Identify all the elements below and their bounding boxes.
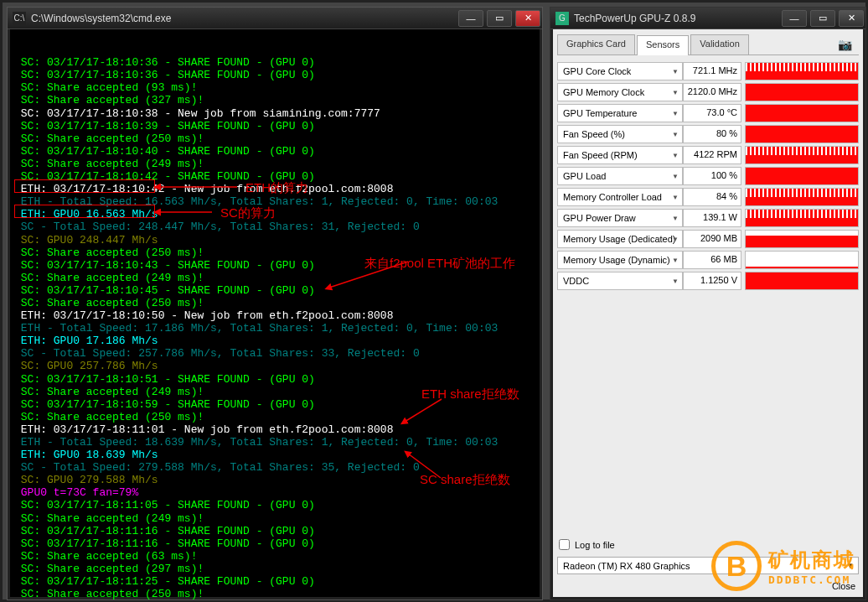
- terminal-line: SC: 03/17/17-18:11:25 - SHARE FOUND - (G…: [14, 575, 535, 588]
- sensor-label[interactable]: VDDC▼: [557, 272, 683, 290]
- screenshot-icon[interactable]: 📷: [831, 34, 859, 54]
- sensor-label[interactable]: Fan Speed (RPM)▼: [557, 146, 683, 164]
- log-to-file-label: Log to file: [575, 540, 615, 550]
- sensor-row: GPU Power Draw▼139.1 W: [557, 209, 859, 227]
- tab-graphics-card[interactable]: Graphics Card: [557, 34, 635, 54]
- close-button[interactable]: ✕: [515, 10, 540, 27]
- sensor-label[interactable]: Memory Usage (Dedicated)▼: [557, 230, 683, 248]
- sensor-value[interactable]: 2120.0 MHz: [683, 83, 741, 101]
- sensor-row: GPU Temperature▼73.0 °C: [557, 104, 859, 122]
- sensor-row: GPU Core Clock▼721.1 MHz: [557, 62, 859, 80]
- sensor-label[interactable]: GPU Temperature▼: [557, 104, 683, 122]
- maximize-button[interactable]: ▭: [487, 10, 512, 27]
- terminal-output[interactable]: SC: 03/17/17-18:10:36 - SHARE FOUND - (G…: [8, 29, 542, 602]
- terminal-line: SC: Share accepted (250 ms)!: [14, 588, 535, 600]
- maximize-button[interactable]: ▭: [810, 10, 835, 27]
- terminal-line: SC: GPU0 257.786 Mh/s: [14, 360, 535, 372]
- terminal-line: SC: Share accepted (249 ms)!: [14, 158, 535, 170]
- minimize-button[interactable]: —: [782, 10, 807, 27]
- sensor-label[interactable]: GPU Power Draw▼: [557, 209, 683, 227]
- gpuz-window: G TechPowerUp GPU-Z 0.8.9 — ▭ ✕ Graphics…: [550, 7, 866, 600]
- gpuz-title: TechPowerUp GPU-Z 0.8.9: [574, 13, 780, 24]
- sensor-value[interactable]: 80 %: [683, 125, 741, 143]
- chevron-down-icon: ▼: [672, 236, 679, 243]
- sensor-value[interactable]: 84 %: [683, 188, 741, 206]
- sensor-value[interactable]: 721.1 MHz: [683, 62, 741, 80]
- watermark-icon: B: [711, 541, 762, 591]
- log-to-file-checkbox[interactable]: [559, 539, 570, 550]
- sensor-graph: [745, 146, 859, 164]
- watermark-cn: 矿机商城: [768, 547, 855, 573]
- terminal-line: SC: 03/17/17-18:10:42 - SHARE FOUND - (G…: [14, 170, 535, 183]
- sensor-row: GPU Memory Clock▼2120.0 MHz: [557, 83, 859, 101]
- chevron-down-icon: ▼: [672, 173, 679, 180]
- sensor-label[interactable]: GPU Load▼: [557, 167, 683, 185]
- terminal-line: SC: Share accepted (249 ms)!: [14, 272, 535, 284]
- cmd-titlebar[interactable]: C:\ C:\Windows\system32\cmd.exe — ▭ ✕: [8, 8, 542, 29]
- terminal-line: SC - Total Speed: 248.447 Mh/s, Total Sh…: [14, 221, 535, 233]
- chevron-down-icon: ▼: [672, 194, 679, 201]
- terminal-line: SC: 03/17/17-18:11:05 - SHARE FOUND - (G…: [14, 499, 535, 511]
- terminal-line: ETH: GPU0 16.563 Mh/s: [14, 208, 535, 221]
- sensor-value[interactable]: 73.0 °C: [683, 104, 741, 122]
- sensor-label[interactable]: GPU Core Clock▼: [557, 62, 683, 80]
- sensor-label[interactable]: Fan Speed (%)▼: [557, 125, 683, 143]
- sensor-value[interactable]: 66 MB: [683, 251, 741, 269]
- gpu-name: Radeon (TM) RX 480 Graphics: [563, 561, 690, 571]
- terminal-line: ETH - Total Speed: 18.639 Mh/s, Total Sh…: [14, 436, 535, 449]
- sensor-value[interactable]: 139.1 W: [683, 209, 741, 227]
- sensor-graph: [745, 104, 859, 122]
- sensor-value[interactable]: 4122 RPM: [683, 146, 741, 164]
- terminal-line: SC: GPU0 279.588 Mh/s: [14, 474, 535, 486]
- chevron-down-icon: ▼: [672, 110, 679, 117]
- terminal-line: ETH: 03/17/17-18:10:50 - New job from et…: [14, 309, 535, 322]
- gpuz-titlebar[interactable]: G TechPowerUp GPU-Z 0.8.9 — ▭ ✕: [550, 8, 865, 29]
- sensor-value[interactable]: 1.1250 V: [683, 272, 741, 290]
- sensor-graph: [745, 272, 859, 290]
- terminal-line: ETH - Total Speed: 16.563 Mh/s, Total Sh…: [14, 195, 535, 208]
- sensor-graph: [745, 209, 859, 227]
- cmd-icon: C:\: [13, 12, 26, 25]
- sensor-label[interactable]: GPU Memory Clock▼: [557, 83, 683, 101]
- terminal-line: SC: Share accepted (250 ms)!: [14, 411, 535, 423]
- chevron-down-icon: ▼: [672, 215, 679, 222]
- terminal-line: SC: 03/17/17-18:10:43 - SHARE FOUND - (G…: [14, 259, 535, 272]
- chevron-down-icon: ▼: [672, 68, 679, 75]
- terminal-line: SC: 03/17/17-18:10:38 - New job from sia…: [14, 107, 535, 120]
- terminal-line: ETH: 03/17/17-18:10:42 - New job from et…: [14, 183, 535, 195]
- terminal-line: SC: 03/17/17-18:10:40 - SHARE FOUND - (G…: [14, 145, 535, 158]
- terminal-line: SC: 03/17/17-18:10:45 - SHARE FOUND - (G…: [14, 284, 535, 297]
- sensor-row: Memory Usage (Dynamic)▼66 MB: [557, 251, 859, 269]
- sensor-row: GPU Load▼100 %: [557, 167, 859, 185]
- chevron-down-icon: ▼: [672, 152, 679, 159]
- terminal-line: ETH: GPU0 17.186 Mh/s: [14, 335, 535, 347]
- sensor-graph: [745, 188, 859, 206]
- terminal-line: SC: Share accepted (250 ms)!: [14, 247, 535, 259]
- terminal-line: SC: Share accepted (250 ms)!: [14, 132, 535, 145]
- chevron-down-icon: ▼: [672, 278, 679, 285]
- chevron-down-icon: ▼: [672, 131, 679, 138]
- watermark-en: DDDBTC.COM: [768, 573, 855, 586]
- sensor-value[interactable]: 100 %: [683, 167, 741, 185]
- cmd-title: C:\Windows\system32\cmd.exe: [31, 13, 457, 24]
- tab-validation[interactable]: Validation: [690, 34, 749, 54]
- terminal-line: SC: 03/17/17-18:11:16 - SHARE FOUND - (G…: [14, 525, 535, 537]
- terminal-line: SC: 03/17/17-18:10:39 - SHARE FOUND - (G…: [14, 120, 535, 132]
- tab-sensors[interactable]: Sensors: [637, 35, 689, 55]
- terminal-line: SC - Total Speed: 279.588 Mh/s, Total Sh…: [14, 461, 535, 474]
- minimize-button[interactable]: —: [458, 10, 483, 27]
- terminal-line: SC: Share accepted (250 ms)!: [14, 297, 535, 309]
- terminal-line: SC: Share accepted (297 ms)!: [14, 563, 535, 575]
- gpuz-icon: G: [555, 12, 569, 25]
- chevron-down-icon: ▼: [672, 257, 679, 264]
- chevron-down-icon: ▼: [672, 89, 679, 96]
- sensor-value[interactable]: 2090 MB: [683, 230, 741, 248]
- sensor-graph: [745, 251, 859, 269]
- terminal-line: SC: 03/17/17-18:10:51 - SHARE FOUND - (G…: [14, 373, 535, 386]
- sensor-label[interactable]: Memory Usage (Dynamic)▼: [557, 251, 683, 269]
- terminal-line: ETH - Total Speed: 17.186 Mh/s, Total Sh…: [14, 322, 535, 335]
- sensor-graph: [745, 83, 859, 101]
- terminal-line: SC: Share accepted (63 ms)!: [14, 550, 535, 563]
- sensor-label[interactable]: Memory Controller Load▼: [557, 188, 683, 206]
- close-button[interactable]: ✕: [839, 10, 864, 27]
